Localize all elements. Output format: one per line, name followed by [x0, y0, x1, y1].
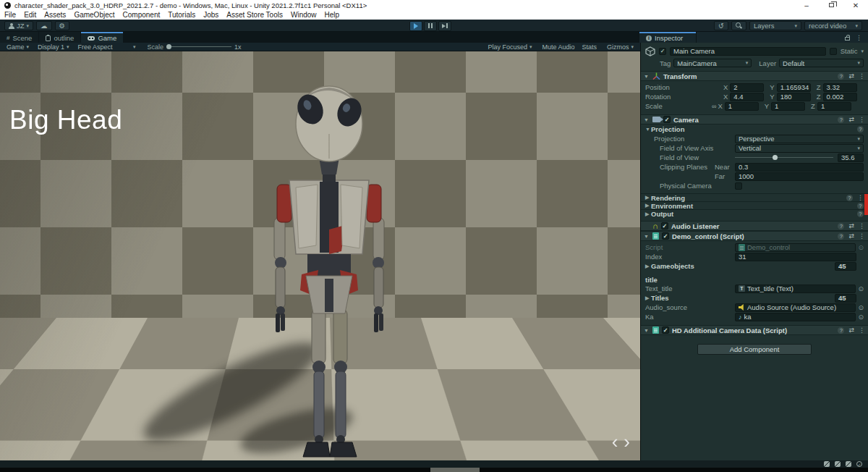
text-title-field[interactable]: T Text_title (Text) — [735, 285, 856, 293]
audio-listener-header[interactable]: ∩ ✓ Audio Listener ? ⇄ ⋮ — [641, 221, 868, 231]
tab-game[interactable]: Game — [81, 32, 123, 43]
gameobjects-count-field[interactable]: 45 — [835, 262, 856, 271]
kebab-menu-icon[interactable]: ⋮ — [859, 326, 865, 334]
foldout-arrow-icon[interactable]: ▶ — [645, 295, 651, 301]
progress-check-icon[interactable]: ✓ — [856, 461, 862, 467]
menu-tutorials[interactable]: Tutorials — [168, 11, 195, 19]
tab-inspector[interactable]: i Inspector — [639, 32, 696, 43]
presets-icon[interactable]: ⇄ — [848, 232, 854, 240]
account-dropdown[interactable]: JZ ▾ — [4, 21, 33, 30]
kebab-menu-icon[interactable]: ⋮ — [859, 222, 865, 229]
foldout-arrow-icon[interactable]: ▶ — [645, 264, 651, 269]
aspect-dropdown[interactable]: Free Aspect ▾ — [75, 43, 139, 51]
mute-audio-toggle[interactable]: Mute Audio — [542, 43, 574, 51]
layers-dropdown[interactable]: Layers ▾ — [749, 21, 801, 30]
menu-edit[interactable]: Edit — [24, 11, 36, 19]
menu-help[interactable]: Help — [325, 11, 340, 19]
object-picker-icon[interactable]: ⊙ — [858, 313, 864, 321]
foldout-arrow-icon[interactable]: ▼ — [644, 117, 650, 122]
object-picker-icon[interactable]: ⊙ — [858, 285, 864, 292]
scale-y-field[interactable]: 1 — [771, 102, 805, 111]
physical-camera-checkbox[interactable] — [735, 182, 742, 190]
tab-scene[interactable]: # Scene — [0, 32, 38, 43]
next-arrow-icon[interactable]: › — [624, 434, 630, 450]
foldout-arrow-icon[interactable] — [644, 224, 650, 229]
scale-slider[interactable] — [166, 46, 231, 47]
menu-gameobject[interactable]: GameObject — [74, 11, 114, 19]
game-viewport[interactable]: Big Head ‹ › — [0, 51, 640, 460]
menu-component[interactable]: Component — [123, 11, 161, 19]
menu-file[interactable]: File — [4, 11, 16, 19]
foldout-arrow-icon[interactable]: ▶ — [645, 211, 651, 217]
help-icon[interactable]: ? — [846, 195, 853, 201]
camera-header[interactable]: ▼ ✓ Camera ? ⇄ ⋮ — [641, 114, 868, 125]
prev-arrow-icon[interactable]: ‹ — [612, 434, 618, 450]
taskbar-item[interactable] — [430, 468, 480, 472]
projection-dropdown[interactable]: Perspective ▾ — [735, 135, 864, 143]
collab-muted-icon[interactable] — [846, 461, 851, 467]
fov-value-field[interactable]: 35.6 — [838, 153, 864, 162]
help-icon[interactable]: ? — [838, 73, 844, 80]
kebab-menu-icon[interactable]: ⋮ — [859, 232, 865, 240]
tag-dropdown[interactable]: MainCamera ▾ — [673, 59, 752, 67]
position-x-field[interactable]: 2 — [730, 83, 764, 92]
help-icon[interactable]: ? — [857, 203, 864, 209]
gizmos-dropdown[interactable]: Gizmos ▾ — [604, 43, 637, 51]
rotation-x-field[interactable]: 4.4 — [730, 93, 764, 101]
demo-control-header[interactable]: ▼ ✓ Demo_control (Script) ? ⇄ ⋮ — [641, 231, 868, 241]
output-section[interactable]: Output — [651, 210, 673, 218]
rotation-z-field[interactable]: 0.002 — [823, 93, 857, 101]
menu-assets[interactable]: Assets — [44, 11, 66, 19]
presets-icon[interactable]: ⇄ — [848, 222, 854, 229]
active-checkbox[interactable]: ✓ — [659, 48, 666, 55]
demo-control-checkbox[interactable]: ✓ — [662, 232, 669, 240]
services-button[interactable]: ⚙ — [55, 21, 70, 30]
foldout-arrow-icon[interactable]: ▶ — [645, 195, 651, 201]
layout-dropdown[interactable]: record video ▾ — [804, 21, 862, 30]
foldout-arrow-icon[interactable]: ▼ — [644, 74, 650, 79]
scale-z-field[interactable]: 1 — [817, 102, 851, 111]
help-icon[interactable]: ? — [838, 223, 844, 229]
stats-toggle[interactable]: Stats — [582, 43, 597, 51]
foldout-arrow-icon[interactable]: ▼ — [644, 328, 650, 333]
help-icon[interactable]: ? — [857, 126, 864, 132]
transform-header[interactable]: ▼ Transform ? ⇄ ⋮ — [641, 71, 868, 81]
menu-asset-store-tools[interactable]: Asset Store Tools — [226, 11, 283, 19]
rotation-y-field[interactable]: 180 — [777, 93, 811, 101]
audio-listener-checkbox[interactable]: ✓ — [661, 222, 668, 229]
cloud-button[interactable]: ☁ — [36, 21, 52, 30]
foldout-arrow-icon[interactable]: ▶ — [645, 203, 651, 208]
help-icon[interactable]: ? — [838, 233, 844, 240]
lock-icon[interactable] — [845, 37, 850, 41]
display-dropdown[interactable]: Display 1 ▾ — [35, 43, 72, 51]
play-focused-dropdown[interactable]: Play Focused ▾ — [485, 43, 535, 51]
menu-jobs[interactable]: Jobs — [203, 11, 218, 19]
kebab-menu-icon[interactable]: ⋮ — [857, 194, 864, 201]
camera-enabled-checkbox[interactable]: ✓ — [663, 116, 671, 123]
help-icon[interactable]: ? — [857, 211, 864, 217]
notification-muted-icon[interactable] — [824, 461, 830, 467]
index-field[interactable]: 31 — [735, 253, 856, 261]
play-button[interactable] — [409, 21, 422, 31]
environment-section[interactable]: Environment — [651, 202, 693, 210]
game-view-dropdown[interactable]: Game ▾ — [4, 43, 32, 51]
close-button[interactable]: ✕ — [843, 0, 868, 10]
audio-source-field[interactable]: Audio Source (Audio Source) — [735, 303, 856, 312]
gameobjects-label[interactable]: Gameobjects — [651, 262, 694, 270]
object-picker-icon[interactable]: ⊙ — [858, 304, 864, 311]
scale-slider-thumb[interactable] — [166, 44, 171, 49]
chevron-down-icon[interactable]: ▾ — [861, 49, 864, 54]
ka-field[interactable]: ♪ ka — [735, 313, 856, 321]
cache-server-icon[interactable] — [835, 461, 841, 467]
fov-slider[interactable] — [735, 157, 833, 158]
foldout-arrow-icon[interactable]: ▼ — [644, 234, 650, 239]
rendering-section[interactable]: Rendering — [651, 194, 685, 202]
static-checkbox[interactable] — [830, 48, 837, 55]
hd-camera-checkbox[interactable]: ✓ — [662, 326, 669, 334]
far-field[interactable]: 1000 — [735, 172, 864, 181]
hd-camera-data-header[interactable]: ▼ ✓ HD Additional Camera Data (Script) ?… — [641, 325, 868, 335]
presets-icon[interactable]: ⇄ — [848, 326, 854, 334]
near-field[interactable]: 0.3 — [735, 163, 864, 172]
undo-history-button[interactable]: ↺ — [714, 21, 728, 30]
menu-window[interactable]: Window — [291, 11, 317, 19]
